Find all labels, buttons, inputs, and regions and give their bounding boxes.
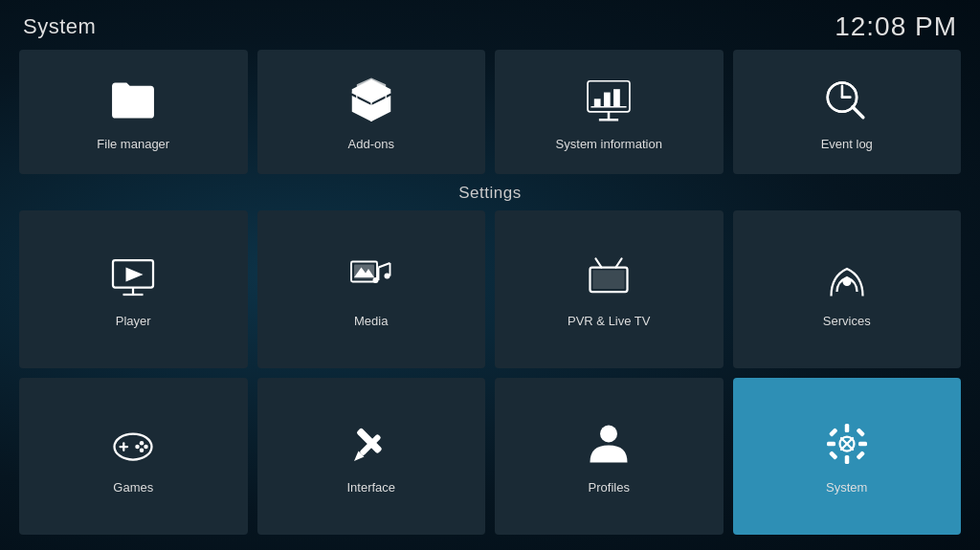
svg-point-26 — [372, 277, 378, 283]
player-label: Player — [116, 314, 151, 328]
svg-rect-7 — [613, 89, 620, 107]
services-label: Services — [823, 314, 871, 328]
tile-interface[interactable]: Interface — [257, 378, 486, 536]
app-title: System — [23, 14, 96, 39]
svg-line-30 — [596, 258, 602, 267]
file-manager-label: File manager — [97, 137, 169, 151]
svg-rect-48 — [827, 442, 835, 447]
tile-profiles[interactable]: Profiles — [495, 378, 724, 536]
svg-point-36 — [140, 441, 145, 446]
svg-rect-47 — [845, 455, 850, 464]
file-manager-icon — [106, 74, 160, 127]
svg-point-38 — [140, 449, 145, 453]
media-icon — [345, 251, 398, 304]
settings-grid: Player — [19, 210, 961, 535]
tile-file-manager[interactable]: File manager — [19, 50, 248, 174]
player-icon — [106, 251, 160, 304]
top-bar: System 12:08 PM — [0, 0, 980, 50]
tile-games[interactable]: Games — [19, 378, 248, 536]
page-wrapper: System 12:08 PM File manager — [0, 0, 980, 550]
svg-rect-46 — [845, 424, 850, 432]
svg-point-43 — [600, 426, 617, 443]
top-row: File manager — [19, 50, 961, 174]
pvr-live-tv-label: PVR & Live TV — [568, 314, 650, 328]
profiles-icon — [582, 417, 635, 471]
svg-rect-29 — [593, 270, 625, 289]
tile-system-information[interactable]: System information — [495, 50, 724, 174]
pvr-live-tv-icon — [582, 251, 635, 304]
tile-add-ons[interactable]: Add-ons — [257, 50, 486, 174]
system-label: System — [826, 480, 867, 495]
svg-line-14 — [853, 106, 863, 117]
svg-line-31 — [616, 258, 622, 267]
profiles-label: Profiles — [589, 480, 630, 495]
settings-section: Settings — [19, 184, 961, 535]
interface-label: Interface — [346, 480, 395, 495]
tile-player[interactable]: Player — [19, 210, 248, 368]
system-information-label: System information — [556, 137, 662, 151]
games-icon — [106, 417, 160, 471]
event-log-icon — [820, 74, 874, 127]
svg-point-37 — [145, 445, 149, 450]
tile-services[interactable]: Services — [733, 210, 962, 368]
services-icon — [820, 251, 874, 304]
svg-point-39 — [136, 445, 141, 450]
add-ons-label: Add-ons — [348, 137, 394, 151]
svg-rect-40 — [356, 428, 383, 454]
event-log-label: Event log — [821, 137, 873, 151]
games-label: Games — [113, 480, 153, 495]
system-icon — [820, 417, 874, 471]
svg-rect-6 — [604, 92, 611, 106]
system-information-icon — [582, 74, 635, 127]
settings-row-2: Games Interfa — [19, 378, 961, 536]
tile-pvr-live-tv[interactable]: PVR & Live TV — [495, 210, 724, 368]
settings-row-1: Player — [19, 210, 961, 368]
svg-rect-49 — [858, 442, 867, 447]
svg-marker-17 — [126, 267, 144, 281]
svg-line-23 — [378, 263, 390, 268]
tile-system[interactable]: System — [733, 378, 962, 536]
tile-event-log[interactable]: Event log — [733, 50, 962, 174]
svg-rect-5 — [594, 99, 601, 106]
settings-title: Settings — [19, 184, 961, 203]
svg-point-27 — [384, 273, 390, 278]
media-label: Media — [354, 314, 388, 328]
content: File manager — [0, 50, 980, 550]
add-ons-icon — [345, 74, 398, 127]
tile-media[interactable]: Media — [257, 210, 486, 368]
clock: 12:08 PM — [835, 11, 957, 42]
interface-icon — [345, 417, 398, 471]
